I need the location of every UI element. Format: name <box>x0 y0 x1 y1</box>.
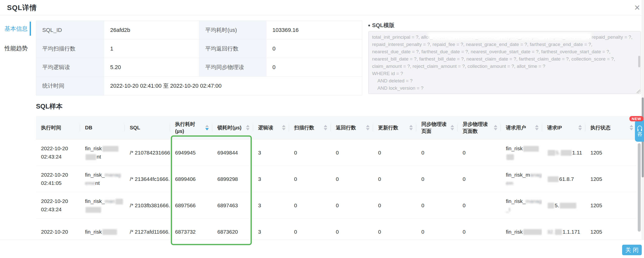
redaction-block <box>555 229 562 235</box>
column-header-10[interactable]: 异步物理读页面数 <box>458 116 501 139</box>
cell-exec_us: 6899406 <box>170 166 212 192</box>
sort-caret-down-icon[interactable] <box>409 128 413 130</box>
sort-caret-down-icon[interactable] <box>366 128 370 130</box>
sort-caret-down-icon[interactable] <box>324 128 327 130</box>
basic-value-avg-logical-reads: 5.20 <box>104 58 199 77</box>
sort-caret-up-icon[interactable] <box>366 125 370 127</box>
tab-basic-info-label: 基本信息 <box>5 25 28 33</box>
sort-control[interactable] <box>449 125 454 130</box>
cell-ip: 61.8.7 <box>542 166 585 192</box>
bullet-icon <box>368 25 370 26</box>
tab-performance-trend[interactable]: 性能趋势 <box>0 41 31 55</box>
cell-sync_pages: 0 <box>416 166 458 192</box>
sort-control[interactable] <box>576 125 582 130</box>
dialog-header: SQL详情 × <box>0 0 644 16</box>
column-header-label: 扫描行数 <box>294 124 314 131</box>
cell-line: 0 <box>336 201 339 210</box>
cell-text: fin_risk <box>85 145 102 151</box>
column-header-12[interactable]: 请求IP <box>542 116 585 139</box>
column-header-4[interactable]: 锁耗时(µs) <box>212 116 253 139</box>
sort-caret-up-icon[interactable] <box>451 125 454 127</box>
cell-line: 0 <box>463 228 466 236</box>
sql-template-textarea[interactable]: total_init_principal = ?, allot_amount =… <box>368 31 641 94</box>
cell-line: 3 <box>258 201 261 210</box>
cell-logical_reads: 3 <box>253 166 289 192</box>
column-header-5[interactable]: 逻辑读 <box>253 116 289 139</box>
sort-caret-up-icon[interactable] <box>494 125 497 127</box>
sort-control[interactable] <box>322 125 327 130</box>
cell-line: 0 <box>463 201 466 210</box>
cell-line: nt <box>85 152 101 161</box>
basic-label-avg-logical-reads: 平均逻辑读 <box>36 58 104 77</box>
close-icon[interactable]: × <box>634 2 640 13</box>
sort-caret-up-icon[interactable] <box>246 125 250 127</box>
sort-control[interactable] <box>628 125 633 130</box>
sort-control[interactable] <box>533 125 539 130</box>
redaction-block <box>115 199 123 204</box>
sort-caret-down-icon[interactable] <box>535 128 539 130</box>
column-header-6[interactable]: 扫描行数 <box>289 116 331 139</box>
sort-caret-up-icon[interactable] <box>205 125 209 127</box>
consult-widget-label: 咨 <box>637 131 642 136</box>
consult-widget-button[interactable]: 咨 <box>635 120 644 142</box>
redaction-block <box>523 229 542 235</box>
cell-text: nt <box>97 154 101 160</box>
sort-caret-down-icon[interactable] <box>630 128 633 130</box>
sort-control[interactable] <box>364 125 370 130</box>
cell-return_rows: 0 <box>331 219 373 239</box>
column-header-13[interactable]: 执行状态 <box>585 116 637 139</box>
cell-line: 0 <box>463 175 466 183</box>
sort-caret-up-icon[interactable] <box>578 125 582 127</box>
sort-control[interactable] <box>407 125 413 130</box>
cell-scan_rows: 0 <box>289 166 331 192</box>
close-button[interactable]: 关 闭 <box>622 245 642 255</box>
sort-caret-down-icon[interactable] <box>282 128 286 130</box>
cell-db: fin_risknt <box>80 139 125 166</box>
cell-line: 6899406 <box>175 175 196 183</box>
table-row: 2022-10-2002:43:24fin_risknt/* 210784231… <box>36 139 637 166</box>
sort-caret-down-icon[interactable] <box>246 128 250 130</box>
sort-caret-up-icon[interactable] <box>324 125 327 127</box>
sort-control[interactable] <box>492 125 497 130</box>
sort-control[interactable] <box>280 125 286 130</box>
column-header-label: 执行耗时(µs) <box>175 121 203 135</box>
sort-control[interactable] <box>203 125 209 130</box>
redacted-text: eme <box>85 180 95 186</box>
redaction-block <box>548 176 559 182</box>
cell-line: 0 <box>421 228 424 236</box>
cell-time: 2022-10-20 <box>36 219 80 239</box>
redacted-text: man <box>105 198 115 204</box>
basic-value-avg-sync-physical-reads: 0 <box>266 58 363 77</box>
table-scrollbar-thumb[interactable] <box>638 143 641 232</box>
cell-status: 1205 <box>585 139 637 166</box>
cell-sql: /* 213644fc1666... <box>125 166 170 192</box>
sort-caret-down-icon[interactable] <box>578 128 582 130</box>
cell-user: fin_risk <box>501 219 542 239</box>
template-scrollbar-thumb[interactable] <box>638 56 640 67</box>
column-header-7[interactable]: 返回行数 <box>331 116 373 139</box>
redacted-text: _t <box>506 207 510 212</box>
cell-text: fin_risk <box>506 229 523 235</box>
cell-logical_reads: 3 <box>253 192 289 218</box>
sort-caret-down-icon[interactable] <box>451 128 454 130</box>
column-header-2: SQL <box>125 116 170 139</box>
sort-caret-up-icon[interactable] <box>630 125 633 127</box>
column-header-8[interactable]: 更新行数 <box>373 116 416 139</box>
cell-async_pages: 0 <box>458 166 501 192</box>
cell-scan_rows: 0 <box>289 192 331 218</box>
cell-ip: 32.1.1.171 <box>542 219 585 239</box>
sort-caret-up-icon[interactable] <box>282 125 286 127</box>
sort-caret-down-icon[interactable] <box>494 128 497 130</box>
sort-caret-up-icon[interactable] <box>409 125 413 127</box>
cell-time: 2022-10-2002:43:24 <box>36 139 80 166</box>
column-header-11[interactable]: 请求用户 <box>501 116 542 139</box>
sort-caret-up-icon[interactable] <box>535 125 539 127</box>
column-header-3[interactable]: 执行耗时(µs) <box>170 116 212 139</box>
cell-text: 61.8.7 <box>559 176 574 182</box>
column-header-label: 执行时间 <box>41 124 61 131</box>
sort-caret-down-icon[interactable] <box>205 128 209 130</box>
cell-line: fin_risk <box>506 228 542 236</box>
tab-basic-info[interactable]: 基本信息 <box>0 22 31 36</box>
column-header-9[interactable]: 同步物理读页面 <box>416 116 458 139</box>
sort-control[interactable] <box>244 125 250 130</box>
